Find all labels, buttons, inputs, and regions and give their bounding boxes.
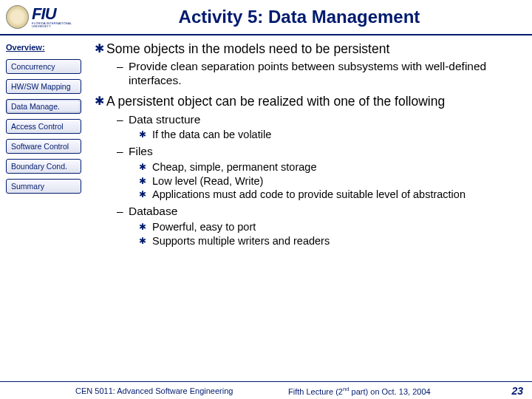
sidebar-item-concurrency[interactable]: Concurrency [6,59,81,74]
sidebar-item-data-manage[interactable]: Data Manage. [6,99,81,114]
sidebar-item-summary[interactable]: Summary [6,179,81,194]
logo-text: FIU [32,6,90,22]
star-icon: ✱ [139,221,152,234]
sidebar: Overview: Concurrency HW/SW Mapping Data… [0,35,87,381]
logo: FIU FLORIDA INTERNATIONAL UNIVERSITY [0,5,96,29]
university-seal-icon [6,5,29,29]
sidebar-item-hwsw[interactable]: HW/SW Mapping [6,79,81,94]
dash-icon: – [117,113,129,127]
bullet-text: A persistent object can be realized with… [106,94,445,109]
slide-title: Activity 5: Data Management [96,7,532,27]
footer: CEN 5011: Advanced Software Engineering … [0,381,532,399]
star-icon: ✱ [92,41,106,57]
bullet-text: Supports multiple writers and readers [152,235,330,248]
bullet-text: Database [129,205,177,219]
bullet-text: Powerful, easy to port [152,221,256,234]
bullet-text: Low level (Read, Write) [152,175,263,188]
bullet-text: Data structure [129,113,200,127]
logo-subtext: FLORIDA INTERNATIONAL UNIVERSITY [32,22,90,28]
footer-lecture: Fifth Lecture (2nd part) on Oct. 13, 200… [288,386,501,396]
sidebar-heading: Overview: [6,43,81,52]
star-icon: ✱ [92,94,106,109]
star-icon: ✱ [139,175,152,188]
content: ✱Some objects in the models need to be p… [87,35,532,381]
bullet-text: Cheap, simple, permanent storage [152,161,316,174]
sidebar-item-access-control[interactable]: Access Control [6,119,81,134]
star-icon: ✱ [139,235,152,248]
page-number: 23 [501,385,523,397]
star-icon: ✱ [139,188,152,202]
bullet-text: Provide clean separation points between … [129,60,522,88]
bullet-text: If the data can be volatile [152,129,271,142]
star-icon: ✱ [139,161,152,174]
dash-icon: – [117,60,129,88]
sidebar-item-boundary[interactable]: Boundary Cond. [6,159,81,174]
sidebar-item-software-control[interactable]: Software Control [6,139,81,154]
star-icon: ✱ [139,129,152,142]
footer-course: CEN 5011: Advanced Software Engineering [9,386,288,395]
bullet-text: Some objects in the models need to be pe… [106,41,389,57]
bullet-text: Files [129,145,153,159]
bullet-text: Applications must add code to provide su… [152,188,466,202]
header: FIU FLORIDA INTERNATIONAL UNIVERSITY Act… [0,0,532,35]
dash-icon: – [117,145,129,159]
dash-icon: – [117,205,129,219]
